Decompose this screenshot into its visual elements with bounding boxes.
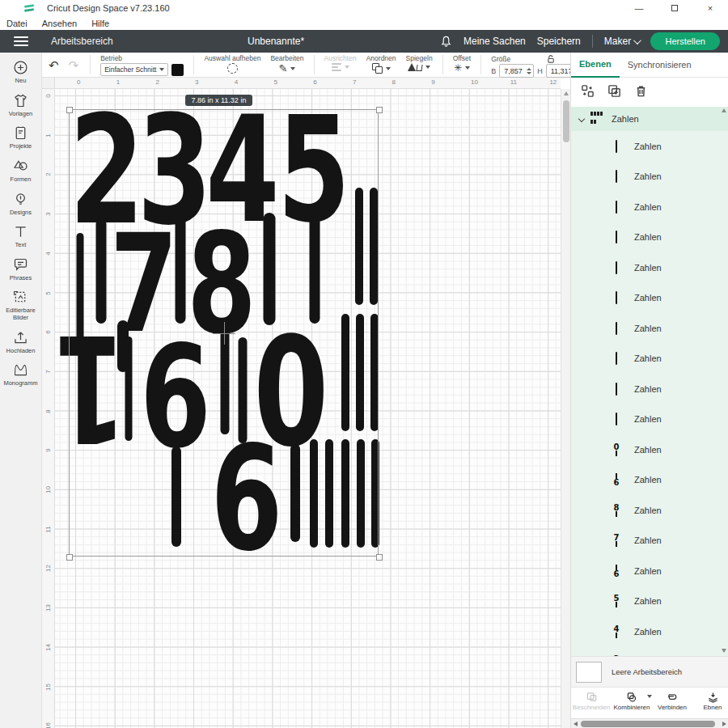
ruler-h-number: 8: [392, 78, 396, 86]
make-it-button[interactable]: Herstellen: [650, 32, 720, 50]
layer-label: Zahlen: [634, 566, 662, 576]
width-field[interactable]: 7,857: [499, 64, 534, 78]
shapes-icon: [12, 158, 29, 175]
mirror-icon[interactable]: [408, 63, 422, 71]
layer-row[interactable]: 6Zahlen: [571, 556, 728, 586]
layer-row[interactable]: 0Zahlen: [571, 434, 728, 465]
duplicate-icon[interactable]: [607, 84, 621, 101]
scroll-up-arrow[interactable]: [564, 91, 569, 95]
ruler-h-number: 3: [195, 78, 198, 86]
delete-icon[interactable]: [634, 84, 648, 101]
save-link[interactable]: Speichern: [537, 36, 581, 47]
layer-row[interactable]: Zahlen: [571, 374, 728, 404]
offset-icon[interactable]: ✳: [454, 63, 462, 73]
layer-thumbnail-bar: [610, 383, 623, 396]
width-field-label: B: [491, 67, 496, 75]
close-button[interactable]: ×: [692, 0, 728, 16]
action-kombinieren[interactable]: Kombinieren: [612, 692, 652, 711]
layer-thumbnail-digit: 8: [610, 504, 623, 517]
sidebar-item-formen[interactable]: Formen: [0, 158, 42, 184]
sidebar-item-designs[interactable]: Designs: [0, 191, 42, 217]
deselect-icon[interactable]: [227, 63, 238, 74]
scrollbar-thumb[interactable]: [581, 721, 715, 727]
arrange-icon[interactable]: [372, 63, 383, 74]
action-verbinden[interactable]: Verbinden: [652, 692, 692, 711]
canvas-vertical-scrollbar[interactable]: [561, 89, 570, 728]
layer-label: Zahlen: [634, 263, 662, 273]
list-scroll-down-arrow[interactable]: [722, 649, 726, 653]
selection-handle[interactable]: [376, 107, 383, 113]
tab-synchronisieren[interactable]: Synchronisieren: [620, 53, 700, 78]
layer-row[interactable]: Zahlen: [571, 131, 728, 162]
selection-handle[interactable]: [66, 107, 73, 113]
layer-row[interactable]: 3Zahlen: [571, 647, 728, 657]
sidebar-item-monogramm[interactable]: Monogramm: [0, 362, 42, 387]
notebook-icon: [12, 125, 29, 142]
operation-dropdown[interactable]: Einfacher Schnitt: [100, 63, 168, 76]
empty-workspace-row[interactable]: Leere Arbeitsbereich: [571, 656, 728, 687]
combine-icon: [626, 692, 638, 703]
sidebar-item-phrases[interactable]: Phrases: [0, 256, 42, 282]
mirror-label: Spiegeln: [406, 54, 433, 62]
layer-row[interactable]: Zahlen: [571, 283, 728, 314]
ruler-v-number: 9: [44, 447, 52, 455]
sidebar-item-editierbare-bilder[interactable]: Editierbare Bilder: [0, 289, 42, 321]
layer-row[interactable]: 4Zahlen: [571, 616, 728, 647]
sidebar-item-projekte[interactable]: Projekte: [0, 125, 42, 150]
menu-hilfe[interactable]: Hilfe: [91, 19, 109, 28]
action-ebnen[interactable]: Ebnen: [692, 692, 728, 711]
minimize-button[interactable]: —: [621, 0, 657, 16]
layer-label: Zahlen: [634, 384, 662, 394]
layer-label: Zahlen: [634, 627, 662, 637]
lock-open-icon[interactable]: [547, 54, 556, 63]
sidebar-item-vorlagen[interactable]: Vorlagen: [0, 92, 42, 118]
align-label: Ausrichten: [324, 54, 357, 62]
menu-datei[interactable]: Datei: [6, 19, 28, 28]
tab-ebenen[interactable]: Ebenen: [571, 53, 620, 78]
layer-thumbnail-digit: 4: [610, 625, 623, 638]
window-controls: — ×: [621, 0, 728, 16]
notifications-bell-icon[interactable]: [440, 35, 452, 48]
blank-canvas-swatch[interactable]: [576, 662, 602, 683]
design-canvas[interactable]: 2345781606 7.86 in x 11.32 in: [55, 89, 561, 728]
layer-row[interactable]: Zahlen: [571, 344, 728, 375]
sidebar-item-neu[interactable]: Neu: [0, 59, 42, 85]
selection-handle[interactable]: [66, 554, 73, 561]
sidebar-item-text[interactable]: Text: [0, 223, 42, 249]
scrollbar-thumb[interactable]: [563, 100, 569, 142]
layer-row[interactable]: 8Zahlen: [571, 495, 728, 526]
layer-row[interactable]: Zahlen: [571, 192, 728, 222]
layer-row[interactable]: Zahlen: [571, 252, 728, 283]
maximize-button[interactable]: [657, 0, 692, 16]
layer-group-row[interactable]: Zahlen: [571, 107, 728, 131]
scroll-left-arrow[interactable]: [574, 722, 578, 726]
list-scroll-up-arrow[interactable]: [722, 108, 726, 112]
undo-icon[interactable]: ↶: [49, 59, 59, 71]
sidebar-item-hochladen[interactable]: Hochladen: [0, 329, 42, 355]
layer-row[interactable]: Zahlen: [571, 404, 728, 435]
chevron-down-icon[interactable]: [578, 116, 585, 122]
hamburger-menu-icon[interactable]: [14, 36, 28, 46]
align-icon[interactable]: [332, 63, 341, 71]
my-stuff-link[interactable]: Meine Sachen: [463, 36, 526, 47]
scroll-right-arrow[interactable]: [722, 722, 726, 726]
ruler-h-number: 0: [77, 78, 80, 86]
menu-ansehen[interactable]: Ansehen: [42, 19, 77, 28]
document-title[interactable]: Unbenannte*: [248, 36, 304, 47]
ruler-h-number: 5: [274, 78, 277, 86]
pencil-icon[interactable]: ✎: [278, 63, 287, 74]
color-swatch[interactable]: [171, 64, 184, 76]
redo-icon[interactable]: ↷: [69, 59, 79, 71]
layer-row[interactable]: Zahlen: [571, 313, 728, 344]
layer-row[interactable]: 7Zahlen: [571, 526, 728, 557]
width-stepper[interactable]: [527, 67, 531, 75]
group-icon[interactable]: [581, 84, 595, 101]
layer-row[interactable]: Zahlen: [571, 162, 728, 193]
machine-selector[interactable]: Maker: [604, 36, 640, 47]
panel-horizontal-scrollbar[interactable]: [571, 718, 728, 728]
ruler-h-number: 11: [510, 78, 517, 86]
layer-row[interactable]: 5Zahlen: [571, 586, 728, 617]
selection-handle[interactable]: [376, 554, 383, 561]
layer-row[interactable]: Zahlen: [571, 222, 728, 253]
layer-row[interactable]: 6Zahlen: [571, 465, 728, 496]
